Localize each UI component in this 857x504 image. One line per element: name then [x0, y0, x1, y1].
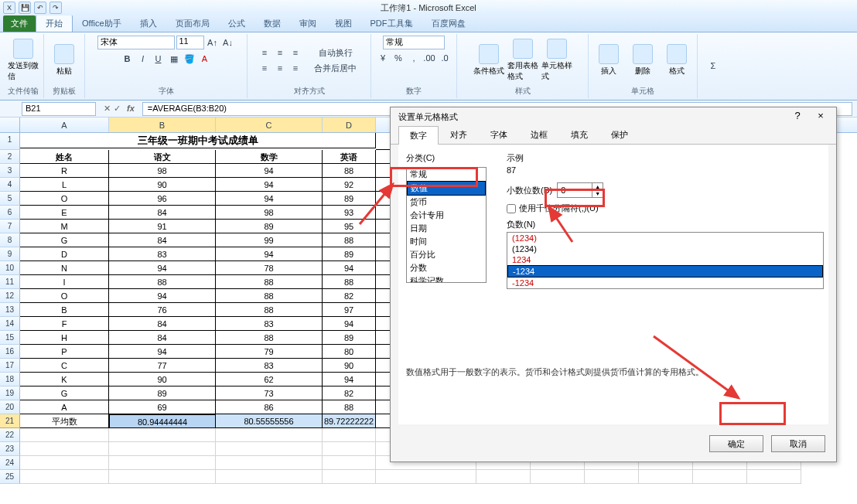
cell[interactable] [216, 470, 323, 484]
cell[interactable] [585, 470, 639, 484]
row-header[interactable]: 20 [0, 400, 20, 414]
cell[interactable]: 94 [216, 178, 323, 192]
tab-fill[interactable]: 填充 [559, 125, 599, 144]
cell[interactable]: C [20, 359, 109, 373]
cell[interactable]: D [20, 247, 109, 261]
cell[interactable]: 88 [216, 275, 323, 289]
cell[interactable] [216, 442, 323, 456]
cell[interactable]: 88 [216, 289, 323, 303]
cell[interactable]: B [20, 303, 109, 317]
select-all-corner[interactable] [0, 117, 20, 132]
conditional-format-button[interactable]: 条件格式 [473, 39, 504, 82]
tab-review[interactable]: 审阅 [290, 15, 326, 32]
fx-cancel-icon[interactable]: ✕ [104, 104, 111, 114]
cell[interactable] [216, 428, 323, 442]
cell[interactable]: 89 [109, 387, 216, 400]
cell[interactable]: 94 [109, 261, 216, 275]
cell[interactable] [20, 456, 109, 470]
col-d[interactable]: D [323, 117, 376, 132]
cell[interactable]: 84 [109, 206, 216, 220]
cell[interactable]: 数学 [216, 150, 323, 164]
row-header[interactable]: 23 [0, 442, 20, 456]
cell[interactable]: 77 [109, 359, 216, 373]
insert-button[interactable]: 插入 [593, 39, 624, 82]
undo-icon[interactable]: ↶ [34, 2, 46, 14]
cell[interactable]: F [20, 317, 109, 331]
cell[interactable]: 94 [323, 261, 376, 275]
cell[interactable] [531, 470, 585, 484]
cell[interactable]: 94 [323, 373, 376, 387]
cell[interactable] [216, 456, 323, 470]
cell[interactable]: 83 [216, 317, 323, 331]
cell[interactable]: 92 [323, 178, 376, 192]
decimal-places-spinner[interactable]: 0 ▲▼ [557, 182, 603, 198]
comma-icon[interactable]: , [407, 51, 421, 65]
wrap-text-button[interactable]: 自动换行 [310, 46, 360, 60]
category-item[interactable]: 分数 [407, 261, 486, 274]
cell[interactable]: 83 [216, 359, 323, 373]
cell[interactable] [323, 456, 376, 470]
cell[interactable]: 99 [216, 233, 323, 247]
tab-baidu[interactable]: 百度网盘 [422, 15, 475, 32]
cell[interactable]: 90 [323, 359, 376, 373]
row-header[interactable]: 11 [0, 275, 20, 289]
negative-item[interactable]: -1234 [507, 265, 823, 278]
tab-align[interactable]: 对齐 [439, 125, 479, 144]
category-list[interactable]: 常规数值货币会计专用日期时间百分比分数科学记数文本特殊自定义 [406, 167, 487, 283]
cell[interactable] [109, 442, 216, 456]
cell[interactable]: 语文 [109, 150, 216, 164]
font-name-select[interactable]: 宋体 [97, 36, 175, 49]
cell[interactable]: 78 [216, 261, 323, 275]
cell[interactable]: 88 [109, 275, 216, 289]
negative-item[interactable]: (1234) [507, 233, 823, 243]
category-item[interactable]: 会计专用 [407, 209, 486, 222]
spinner-arrows-icon[interactable]: ▲▼ [592, 183, 603, 197]
thousand-separator-checkbox[interactable]: 使用千位分隔符(,)(U) [507, 203, 821, 214]
cell[interactable]: 84 [109, 233, 216, 247]
cell[interactable]: P [20, 345, 109, 359]
cell[interactable] [639, 470, 693, 484]
cell[interactable]: 94 [216, 192, 323, 206]
help-icon[interactable]: ? [787, 110, 808, 124]
cell[interactable]: 97 [323, 303, 376, 317]
number-format-select[interactable]: 常规 [383, 36, 445, 49]
currency-icon[interactable]: ¥ [376, 51, 390, 65]
cell[interactable]: 94 [109, 289, 216, 303]
row-header[interactable]: 16 [0, 345, 20, 359]
italic-button[interactable]: I [136, 52, 150, 66]
decrease-font-icon[interactable]: A↓ [221, 36, 235, 49]
format-button[interactable]: 格式 [661, 39, 692, 82]
tab-formula[interactable]: 公式 [219, 15, 254, 32]
cell[interactable]: 89 [216, 220, 323, 233]
cancel-button[interactable]: 取消 [771, 435, 825, 452]
cell[interactable]: 平均数 [20, 414, 109, 428]
underline-button[interactable]: U [152, 52, 166, 66]
sheet-title[interactable]: 三年级一班期中考试成绩单 [20, 133, 376, 148]
row-header[interactable]: 13 [0, 303, 20, 317]
cell[interactable]: 69 [109, 400, 216, 414]
row-header[interactable]: 9 [0, 247, 20, 261]
cell[interactable]: 62 [216, 373, 323, 387]
cell[interactable]: 89.72222222 [323, 414, 376, 428]
cell[interactable]: 94 [323, 317, 376, 331]
cell[interactable]: 91 [109, 220, 216, 233]
cell[interactable]: 80.55555556 [216, 414, 323, 428]
cell[interactable]: 98 [216, 206, 323, 220]
paste-button[interactable]: 粘贴 [49, 39, 80, 82]
cell[interactable]: 90 [109, 178, 216, 192]
negative-item[interactable]: -1234 [507, 278, 823, 288]
cell[interactable]: 82 [323, 387, 376, 400]
tab-border[interactable]: 边框 [519, 125, 559, 144]
col-c[interactable]: C [216, 117, 323, 132]
cell[interactable]: 86 [216, 400, 323, 414]
cell[interactable]: 88 [323, 275, 376, 289]
cell[interactable]: 82 [323, 289, 376, 303]
negative-list[interactable]: (1234)(1234)1234-1234-1234 [507, 232, 824, 289]
merge-center-button[interactable]: 合并后居中 [310, 61, 360, 75]
save-icon[interactable]: 💾 [19, 2, 31, 14]
cell[interactable]: 89 [323, 192, 376, 206]
cell[interactable]: 89 [323, 331, 376, 345]
cell[interactable]: 英语 [323, 150, 376, 164]
font-color-button[interactable]: A [198, 52, 212, 66]
cell[interactable]: 83 [109, 247, 216, 261]
